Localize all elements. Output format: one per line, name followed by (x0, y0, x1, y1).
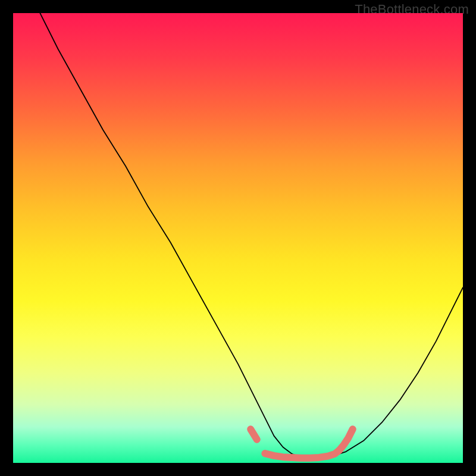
chart-frame (13, 13, 463, 463)
highlight-segment-right (339, 429, 353, 450)
highlight-segment-left (250, 429, 257, 439)
curve-main (40, 13, 463, 458)
highlight-segment-flat (265, 450, 339, 458)
bottleneck-chart (13, 13, 463, 463)
